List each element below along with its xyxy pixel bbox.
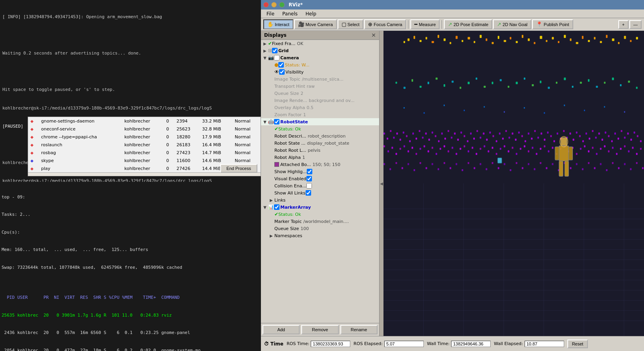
visual-enabled-item[interactable]: Visual Enabled <box>267 175 379 182</box>
displays-tree[interactable]: ▶ ✔ Fixed Fra... OK ▶ ⊞ Grid ▼ 📷 <box>261 40 379 323</box>
interact-button[interactable]: ✋ Interact <box>263 19 293 29</box>
svg-rect-183 <box>504 145 505 147</box>
show-all-links-item[interactable]: Show All Links <box>267 189 379 196</box>
svg-rect-2 <box>408 38 410 41</box>
displays-buttons: Add Remove Rename <box>261 323 379 336</box>
end-process-button[interactable]: End Process <box>220 164 257 173</box>
camera-status-item[interactable]: ● Status: W... <box>267 61 379 68</box>
table-row[interactable]: ◆ skype kohlbrecher 0 11600 14.6 MiB Nor… <box>28 157 261 164</box>
2d-pose-button[interactable]: ↗ 2D Pose Estimate <box>444 19 492 29</box>
window-maximize-button[interactable] <box>279 2 285 8</box>
ros-elapsed-input[interactable] <box>384 341 424 347</box>
toolbar-minus-button[interactable]: — <box>629 20 642 29</box>
diamond-icon: ◆ <box>30 127 34 131</box>
window-minimize-button[interactable] <box>271 2 277 8</box>
svg-rect-58 <box>532 84 534 86</box>
menu-help[interactable]: Help <box>302 10 320 17</box>
table-row[interactable]: ◆ gnome-settings-daemon kohlbrecher 0 23… <box>28 117 261 125</box>
visibility-checkbox[interactable] <box>279 69 285 75</box>
robot-root-item[interactable]: Robot Root L... pelvis <box>267 147 379 154</box>
namespaces-item[interactable]: ▶ Namespaces <box>267 232 379 239</box>
fixed-frame-item[interactable]: ▶ ✔ Fixed Fra... OK <box>261 40 379 47</box>
marker-queue-item[interactable]: Queue Size 100 <box>267 225 379 232</box>
table-row[interactable]: ◆ chrome --type=ppapi-cha kohlbrecher 0 … <box>28 133 261 141</box>
svg-rect-87 <box>432 132 433 134</box>
time-panel: ⏱ Time ROS Time: ROS Elapsed: Wall Time:… <box>261 336 644 351</box>
svg-rect-10 <box>455 36 457 39</box>
toolbar-extra-button[interactable]: + <box>618 20 629 29</box>
svg-rect-78 <box>403 132 404 134</box>
camera-item[interactable]: ▼ 📷 Camera <box>261 54 379 61</box>
show-highlights-item[interactable]: Show Highlig... <box>267 168 379 175</box>
svg-rect-235 <box>486 168 487 170</box>
image-render-item[interactable]: Image Rende... background and ov... <box>267 97 379 104</box>
rename-display-button[interactable]: Rename <box>340 325 378 334</box>
collision-enabled-checkbox[interactable] <box>306 183 312 189</box>
robot-alpha-item[interactable]: Robot Alpha 1 <box>267 154 379 161</box>
table-row[interactable]: ◆ roslaunch kohlbrecher 0 26183 16.4 MiB… <box>28 141 261 149</box>
expand-icon: ▼ <box>262 205 268 209</box>
displays-header: Displays ✕ <box>261 31 379 40</box>
markerarray-checkbox[interactable] <box>274 204 280 210</box>
robot-root-value: pelvis <box>308 148 320 153</box>
ros-time-input[interactable] <box>311 341 350 347</box>
panel-collapse-handle[interactable]: ◀ <box>380 31 383 336</box>
htop-row[interactable]: 2436 kohlbrec 20 0 557m 16m 6560 S 6 0.1… <box>2 330 259 336</box>
zoom-factor-item[interactable]: Zoom Factor 1 <box>267 111 379 118</box>
measure-button[interactable]: ━ Measure <box>410 19 440 29</box>
links-item[interactable]: ▶ Links <box>267 196 379 204</box>
focus-camera-button[interactable]: ⊕ Focus Camera <box>364 19 406 29</box>
robot-status-item[interactable]: ✔ Status: Ok <box>267 125 379 132</box>
svg-rect-206 <box>596 153 597 155</box>
camera-checkbox[interactable] <box>274 55 280 60</box>
wall-elapsed-input[interactable] <box>525 341 564 347</box>
image-topic-item[interactable]: Image Topic /multisense_sl/ca... <box>267 75 379 83</box>
add-display-button[interactable]: Add <box>263 325 300 334</box>
robot-desc-item[interactable]: Robot Descri... robot_description <box>267 132 379 140</box>
robotstate-checkbox[interactable] <box>274 119 280 125</box>
marker-topic-item[interactable]: Marker Topic /worldmodel_main.... <box>267 218 379 225</box>
menu-file[interactable]: File <box>263 10 278 17</box>
publish-point-button[interactable]: 📍 Publish Point <box>532 19 573 29</box>
robot-desc-label: Robot Descri... <box>274 134 306 139</box>
proc-pid: 18280 <box>174 133 200 141</box>
status-checkbox[interactable] <box>278 62 284 68</box>
marker-topic-value: /worldmodel_main.... <box>303 219 349 224</box>
visibility-item[interactable]: 👁 Visibility <box>267 68 379 75</box>
svg-rect-116 <box>525 140 526 142</box>
svg-rect-231 <box>462 169 463 171</box>
markerarray-item[interactable]: ▼ 📊 MarkerArray <box>261 204 379 211</box>
htop-column-header: PID USER PR NI VIRT RES SHR S %CPU %MEM … <box>2 295 259 301</box>
transport-hint-item[interactable]: Transport Hint raw <box>267 83 379 90</box>
overlay-alpha-item[interactable]: Overlay Alpha 0.5 <box>267 104 379 111</box>
robot-state-item[interactable]: Robot State ... display_robot_state <box>267 140 379 147</box>
wall-time-input[interactable] <box>451 341 491 347</box>
htop-panel: top - 09: Tasks: 2... Cpu(s): Mem: 160..… <box>0 182 261 351</box>
htop-row[interactable]: 25635 kohlbrec 20 0 3901m 1.7g 1.6g R 10… <box>2 313 259 319</box>
select-button[interactable]: ▢ Select <box>338 19 364 29</box>
3d-viewport[interactable] <box>383 31 644 336</box>
show-highlights-checkbox[interactable] <box>307 169 312 174</box>
table-row[interactable]: ◆ oneconf-service kohlbrecher 0 25623 32… <box>28 125 261 133</box>
collision-enabled-item[interactable]: Collision Ena... <box>267 182 379 189</box>
grid-item[interactable]: ▶ ⊞ Grid <box>261 47 379 54</box>
window-close-button[interactable] <box>263 2 269 8</box>
marker-status-item[interactable]: ✔ Status: Ok <box>267 211 379 218</box>
proc-mem: 17.9 MiB <box>200 133 232 141</box>
table-row[interactable]: ◆ rosbag kohlbrecher 0 27423 14.7 MiB No… <box>28 149 261 157</box>
visual-enabled-checkbox[interactable] <box>306 176 312 181</box>
svg-rect-141 <box>605 132 606 134</box>
htop-row[interactable]: 2054 kohlbrec 20 0 477m 27m 18m S 6 0.2 … <box>2 348 259 351</box>
show-all-links-checkbox[interactable] <box>306 190 311 196</box>
time-reset-button[interactable]: Reset <box>567 340 588 348</box>
queue-size-item[interactable]: Queue Size 2 <box>267 90 379 97</box>
remove-display-button[interactable]: Remove <box>301 325 338 334</box>
attached-bodies-item[interactable]: Attached Bo... 150; 50; 150 <box>267 161 379 168</box>
displays-close-button[interactable]: ✕ <box>371 32 376 38</box>
robotstate-item[interactable]: ▼ 🤖 RobotState <box>261 118 379 125</box>
2d-nav-button[interactable]: ↗ 2D Nav Goal <box>493 19 531 29</box>
menu-panels[interactable]: Panels <box>278 10 302 17</box>
grid-checkbox[interactable] <box>272 48 278 53</box>
move-camera-button[interactable]: 🎥 Move Camera <box>294 19 337 29</box>
svg-rect-256 <box>612 162 614 164</box>
